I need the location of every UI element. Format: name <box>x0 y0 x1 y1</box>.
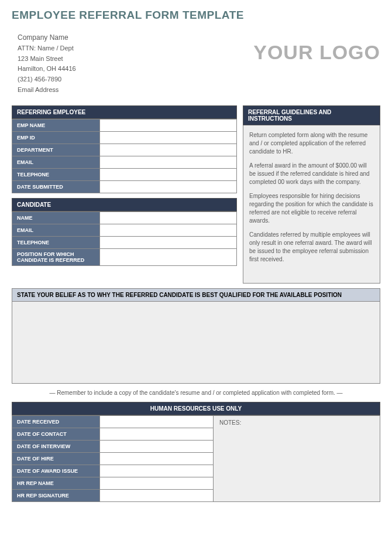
table-row: EMP ID <box>12 132 237 144</box>
table-row: TELEPHONE <box>12 237 237 249</box>
telephone-field[interactable] <box>100 169 237 181</box>
field-label: DATE OF HIRE <box>12 453 100 465</box>
date-contact-field[interactable] <box>100 428 214 441</box>
reminder-text: — Remember to include a copy of the cand… <box>12 390 380 396</box>
emp-name-field[interactable] <box>100 120 237 132</box>
hr-header: HUMAN RESOURCES USE ONLY <box>12 402 380 415</box>
notes-label: NOTES: <box>219 419 241 426</box>
candidate-header: CANDIDATE <box>12 198 237 211</box>
table-row: HR REP NAME <box>12 477 214 490</box>
email-field[interactable] <box>100 156 237 169</box>
table-row: EMAIL <box>12 156 237 169</box>
candidate-email-field[interactable] <box>100 224 237 237</box>
field-label: DEPARTMENT <box>12 144 100 156</box>
guidelines-paragraph: Return completed form along with the res… <box>249 131 374 156</box>
table-row: EMAIL <box>12 224 237 237</box>
field-label: DATE RECEIVED <box>12 416 100 428</box>
field-label: TELEPHONE <box>12 237 100 249</box>
field-label: POSITION FOR WHICH CANDIDATE IS REFERRED <box>12 249 100 266</box>
company-phone: (321) 456-7890 <box>18 74 380 85</box>
table-row: DEPARTMENT <box>12 144 237 156</box>
table-row: DATE SUBMITTED <box>12 181 237 193</box>
table-row: DATE OF INTERVIEW <box>12 441 214 453</box>
date-award-field[interactable] <box>100 465 214 477</box>
field-label: EMP ID <box>12 132 100 144</box>
table-row: EMP NAME <box>12 120 237 132</box>
emp-id-field[interactable] <box>100 132 237 144</box>
field-label: DATE SUBMITTED <box>12 181 100 193</box>
table-row: POSITION FOR WHICH CANDIDATE IS REFERRED <box>12 249 237 266</box>
candidate-table: NAME EMAIL TELEPHONE POSITION FOR WHICH … <box>12 211 237 266</box>
hr-rep-signature-field[interactable] <box>100 490 214 502</box>
table-row: HR REP SIGNATURE <box>12 490 214 502</box>
belief-textarea[interactable] <box>12 302 380 384</box>
field-label: HR REP SIGNATURE <box>12 490 100 502</box>
company-city: Hamilton, OH 44416 <box>18 64 380 74</box>
guidelines-box: Return completed form along with the res… <box>243 125 380 284</box>
hr-table: DATE RECEIVED DATE OF CONTACT DATE OF IN… <box>12 415 214 502</box>
notes-box[interactable]: NOTES: <box>214 415 380 502</box>
date-received-field[interactable] <box>100 416 214 428</box>
field-label: EMAIL <box>12 224 100 237</box>
logo-placeholder: YOUR LOGO <box>253 41 380 64</box>
referring-employee-table: EMP NAME EMP ID DEPARTMENT EMAIL TELEPHO… <box>12 119 237 193</box>
guidelines-paragraph: Candidates referred by multiple employee… <box>249 231 374 264</box>
field-label: HR REP NAME <box>12 477 100 490</box>
referring-employee-header: REFERRING EMPLOYEE <box>12 105 237 119</box>
table-row: DATE OF CONTACT <box>12 428 214 441</box>
field-label: EMP NAME <box>12 120 100 132</box>
guidelines-header: REFERRAL GUIDELINES AND INSTRUCTIONS <box>243 105 380 125</box>
table-row: DATE OF HIRE <box>12 453 214 465</box>
table-row: DATE OF AWARD ISSUE <box>12 465 214 477</box>
field-label: DATE OF AWARD ISSUE <box>12 465 100 477</box>
document-title: EMPLOYEE REFERRAL FORM TEMPLATE <box>12 9 380 22</box>
guidelines-paragraph: A referral award in the amount of $000.0… <box>249 162 374 186</box>
field-label: NAME <box>12 212 100 224</box>
candidate-position-field[interactable] <box>100 249 237 266</box>
field-label: DATE OF CONTACT <box>12 428 100 441</box>
date-interview-field[interactable] <box>100 441 214 453</box>
table-row: TELEPHONE <box>12 169 237 181</box>
field-label: TELEPHONE <box>12 169 100 181</box>
candidate-name-field[interactable] <box>100 212 237 224</box>
date-submitted-field[interactable] <box>100 181 237 193</box>
department-field[interactable] <box>100 144 237 156</box>
candidate-telephone-field[interactable] <box>100 237 237 249</box>
table-row: DATE RECEIVED <box>12 416 214 428</box>
hr-rep-name-field[interactable] <box>100 477 214 490</box>
date-hire-field[interactable] <box>100 453 214 465</box>
company-email: Email Address <box>18 85 380 95</box>
field-label: EMAIL <box>12 156 100 169</box>
field-label: DATE OF INTERVIEW <box>12 441 100 453</box>
table-row: NAME <box>12 212 237 224</box>
belief-header: STATE YOUR BELIEF AS TO WHY THE REFERRED… <box>12 288 380 302</box>
guidelines-paragraph: Employees responsible for hiring decisio… <box>249 192 374 225</box>
